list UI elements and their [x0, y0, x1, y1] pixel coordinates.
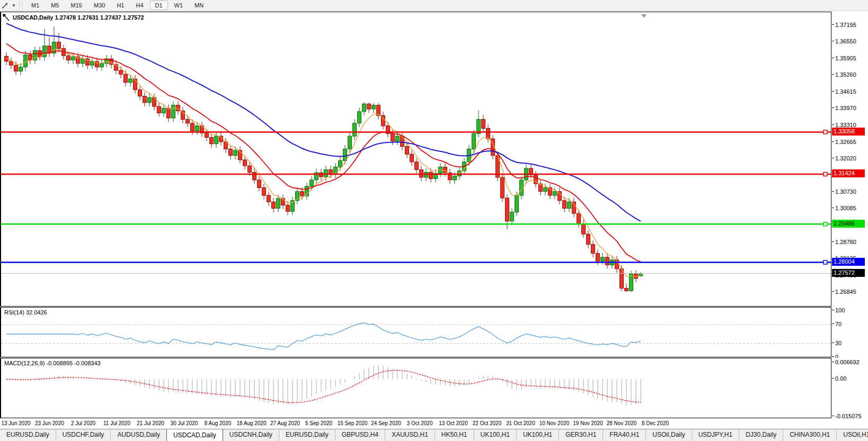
macd-tick-0.006692: 0.006692 — [835, 359, 860, 365]
hline-handle-1.29486[interactable] — [823, 222, 827, 226]
hline-handle-1.33058[interactable] — [823, 130, 827, 134]
timeframe-buttons: M1M5M15M30H1H4D1W1MN — [25, 2, 209, 8]
date-label-18: 19 Nov 2020 — [573, 420, 603, 426]
chart-object-arrow-icon — [3, 14, 9, 21]
price-tick-1.30730: 1.30730 — [835, 188, 856, 195]
tab-hk50-h1[interactable]: HK50,H1 — [435, 429, 474, 441]
level-badge-1.28004: 1.28004 — [832, 258, 865, 266]
timeframe-button-h4[interactable]: H4 — [130, 1, 148, 10]
price-tick-1.26845: 1.26845 — [835, 289, 856, 295]
price-tick-1.35905: 1.35905 — [835, 55, 856, 61]
level-badge-1.31424: 1.31424 — [832, 169, 865, 177]
date-label-15: 22 Oct 2020 — [473, 420, 501, 426]
timeframe-button-m5[interactable]: M5 — [46, 1, 64, 10]
tab-dj30-daily[interactable]: DJ30,Daily — [739, 429, 783, 441]
tab-eurusd-daily[interactable]: EURUSD,Daily — [279, 429, 335, 441]
date-label-2: 23 Jun 2020 — [35, 420, 64, 426]
timeframe-button-d1[interactable]: D1 — [150, 1, 168, 10]
date-label-3: 2 Jul 2020 — [71, 420, 95, 426]
price-tick-1.35260: 1.35260 — [835, 71, 856, 78]
level-badge-1.29486: 1.29486 — [832, 220, 865, 228]
tab-xauusd-h1[interactable]: XAUUSD,H1 — [385, 429, 435, 441]
crosshair-tool-icon[interactable] — [0, 1, 11, 10]
timeframe-button-m1[interactable]: M1 — [26, 1, 45, 10]
date-label-9: 27 Aug 2020 — [270, 420, 300, 426]
toolbar-grip[interactable] — [19, 1, 22, 10]
level-badge-1.33058: 1.33058 — [832, 128, 865, 136]
date-label-8: 18 Aug 2020 — [236, 420, 266, 426]
chart-shift-marker[interactable] — [641, 14, 646, 18]
date-label-20: 8 Dec 2020 — [642, 420, 669, 426]
date-label-19: 28 Nov 2020 — [607, 420, 637, 426]
macd-axis: 0.0066920.00-0.015075 — [831, 358, 868, 418]
medium-ma-line — [6, 44, 641, 262]
date-label-7: 8 Aug 2020 — [205, 420, 232, 426]
current-price-badge: 1.27572 — [832, 269, 865, 277]
date-label-6: 30 Jul 2020 — [171, 420, 198, 426]
tab-ger30-h1[interactable]: GER30,H1 — [559, 429, 603, 441]
mt4-window: ▼ M1M5M15M30H1H4D1W1MN USDCAD,Daily 1.27… — [0, 0, 868, 441]
price-tick-1.28780: 1.28780 — [835, 239, 856, 245]
tab-eurusd-daily[interactable]: EURUSD,Daily — [0, 429, 56, 441]
chart-title: USDCAD,Daily 1.27478 1.27631 1.27437 1.2… — [13, 14, 144, 21]
price-tick-1.33970: 1.33970 — [835, 105, 856, 111]
price-tick-1.37195: 1.37195 — [835, 22, 856, 28]
date-label-4: 11 Jul 2020 — [103, 420, 130, 426]
tab-gbpusd-h4[interactable]: GBPUSD,H4 — [335, 429, 385, 441]
tab-usdjpy-h1[interactable]: USDJPY,H1 — [692, 429, 739, 441]
date-label-17: 10 Nov 2020 — [539, 420, 570, 426]
macd-label: MACD(12,26,9) -0.008895 -0.008343 — [4, 360, 101, 366]
date-label-11: 15 Sep 2020 — [338, 420, 368, 426]
hline-handle-1.31424[interactable] — [823, 172, 827, 176]
hline-handle-1.28004[interactable] — [823, 260, 827, 264]
tab-fra40-h1[interactable]: FRA40,H1 — [603, 429, 645, 441]
date-label-13: 3 Oct 2020 — [407, 420, 433, 426]
chart-tabs-bar: EURUSD,DailyUSDCHF,DailyAUDUSD,DailyUSDC… — [0, 429, 868, 441]
date-label-16: 31 Oct 2020 — [506, 420, 535, 426]
date-label-14: 13 Oct 2020 — [439, 420, 467, 426]
rsi-axis: 10070300 — [831, 307, 868, 357]
date-label-10: 5 Sep 2020 — [305, 420, 332, 426]
rsi-tick-70: 70 — [835, 321, 842, 327]
price-chart-panel[interactable]: USDCAD,Daily 1.27478 1.27631 1.27437 1.2… — [0, 12, 831, 307]
price-tick-1.32020: 1.32020 — [835, 155, 856, 161]
date-label-12: 24 Sep 2020 — [371, 420, 401, 426]
rsi-panel[interactable]: RSI(14) 32.0426 — [0, 307, 831, 357]
tab-uk100-h1[interactable]: UK100,H1 — [516, 429, 559, 441]
price-tick-1.36550: 1.36550 — [835, 38, 856, 44]
date-label-1: 13 Jun 2020 — [1, 420, 30, 426]
macd-histogram — [6, 365, 641, 406]
timeframe-button-m30[interactable]: M30 — [88, 1, 110, 10]
timeframe-button-mn[interactable]: MN — [189, 1, 209, 10]
price-tick-1.32665: 1.32665 — [835, 139, 856, 145]
price-tick-1.30085: 1.30085 — [835, 205, 856, 211]
time-axis[interactable]: 13 Jun 202023 Jun 20202 Jul 202011 Jul 2… — [0, 419, 868, 429]
tab-usdchf-daily[interactable]: USDCHF,Daily — [56, 429, 111, 441]
rsi-label: RSI(14) 32.0426 — [4, 309, 47, 316]
tool-dropdown-caret-icon[interactable]: ▼ — [11, 3, 17, 8]
chart-ohlc-values: 1.27478 1.27631 1.27437 1.27572 — [55, 14, 144, 21]
tab-china300-h1[interactable]: CHINA300,H1 — [783, 429, 836, 441]
chart-symbol-period: USDCAD,Daily — [13, 14, 53, 21]
rsi-tick-30: 30 — [835, 340, 842, 346]
tab-uk100-h1[interactable]: UK100,H1 — [474, 429, 516, 441]
price-tick-1.34615: 1.34615 — [835, 88, 856, 95]
macd-panel[interactable]: MACD(12,26,9) -0.008895 -0.008343 — [0, 358, 831, 418]
timeframe-button-w1[interactable]: W1 — [169, 1, 189, 10]
rsi-tick-100: 100 — [835, 307, 845, 313]
timeframe-button-h1[interactable]: H1 — [111, 1, 129, 10]
price-axis[interactable]: 1.371951.365501.359051.352601.346151.339… — [831, 12, 868, 307]
tab-usdcnh-daily[interactable]: USDCNH,Daily — [223, 429, 279, 441]
candlestick-series — [5, 26, 643, 292]
macd-tick-0.00: 0.00 — [835, 375, 846, 382]
tab-usoil-daily[interactable]: USOil,Daily — [645, 429, 691, 441]
tab-audusd-daily[interactable]: AUDUSD,Daily — [110, 429, 166, 441]
tab-usdcad-daily[interactable]: USDCAD,Daily — [166, 429, 223, 441]
rsi-line — [6, 323, 641, 350]
timeframe-button-m15[interactable]: M15 — [66, 1, 87, 10]
tab-usoil-h1[interactable]: USOil,H1 — [836, 429, 868, 441]
fast-ma-line — [6, 49, 641, 277]
timeframe-toolbar: ▼ M1M5M15M30H1H4D1W1MN — [0, 0, 868, 11]
date-label-5: 21 Jul 2020 — [137, 420, 164, 426]
